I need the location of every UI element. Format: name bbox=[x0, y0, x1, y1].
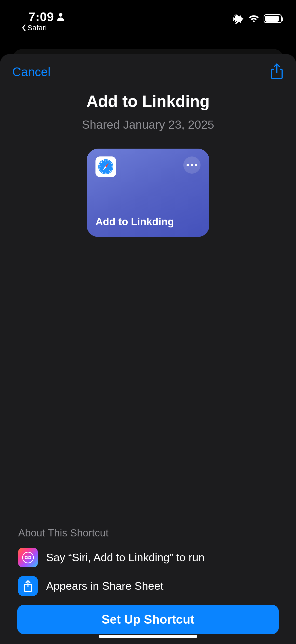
person-icon bbox=[56, 12, 65, 22]
about-siri-text: Say “Siri, Add to Linkding” to run bbox=[46, 551, 204, 564]
share-icon bbox=[270, 63, 284, 80]
status-time: 7:09 bbox=[28, 10, 54, 24]
about-siri-row: Say “Siri, Add to Linkding” to run bbox=[18, 548, 284, 567]
sheet-title: Add to Linkding bbox=[12, 92, 284, 110]
status-bar: 7:09 Safari bbox=[0, 0, 296, 34]
add-shortcut-sheet: Cancel Add to Linkding Shared January 23… bbox=[0, 54, 296, 644]
about-section: About This Shortcut Say “Siri, Add to Li… bbox=[12, 527, 284, 644]
about-sharesheet-row: Appears in Share Sheet bbox=[18, 576, 284, 596]
sheet-subtitle: Shared January 23, 2025 bbox=[12, 118, 284, 132]
cancel-button[interactable]: Cancel bbox=[12, 65, 50, 79]
sheet-header: Cancel bbox=[12, 63, 284, 80]
airplane-mode-icon bbox=[233, 13, 244, 24]
about-sharesheet-text: Appears in Share Sheet bbox=[46, 580, 163, 592]
status-right bbox=[233, 10, 284, 24]
home-indicator[interactable] bbox=[99, 635, 197, 638]
wifi-icon bbox=[248, 14, 259, 23]
safari-compass-icon bbox=[97, 158, 114, 175]
setup-shortcut-button[interactable]: Set Up Shortcut bbox=[17, 605, 279, 634]
share-button[interactable] bbox=[270, 63, 284, 81]
safari-app-icon bbox=[95, 156, 116, 177]
ellipsis-icon bbox=[187, 164, 197, 166]
share-sheet-glyph-icon bbox=[22, 580, 33, 592]
back-to-app[interactable]: Safari bbox=[21, 24, 65, 32]
tile-top-row bbox=[95, 156, 201, 177]
battery-fill bbox=[265, 16, 279, 22]
back-chevron-icon bbox=[21, 24, 26, 31]
battery-icon bbox=[264, 14, 282, 23]
about-heading: About This Shortcut bbox=[18, 527, 284, 539]
status-time-row: 7:09 bbox=[28, 10, 65, 24]
tile-label: Add to Linkding bbox=[95, 216, 201, 230]
shortcut-preview-area: Add to Linkding bbox=[12, 148, 284, 237]
back-app-label: Safari bbox=[27, 24, 47, 32]
shortcut-tile[interactable]: Add to Linkding bbox=[87, 148, 209, 237]
siri-icon bbox=[18, 548, 38, 567]
status-left: 7:09 Safari bbox=[12, 10, 65, 32]
tile-more-button[interactable] bbox=[183, 156, 201, 174]
siri-infinity-icon bbox=[21, 551, 34, 564]
sharesheet-icon bbox=[18, 576, 38, 596]
svg-point-0 bbox=[59, 13, 63, 17]
